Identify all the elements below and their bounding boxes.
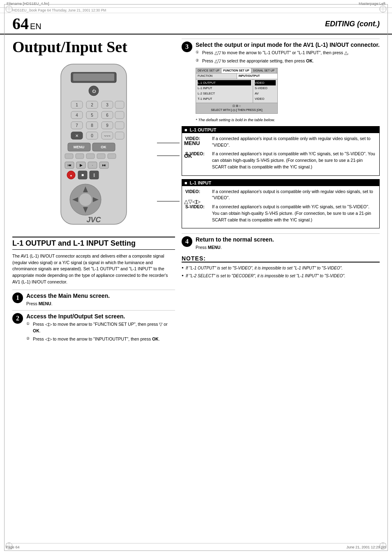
svg-text:9: 9 [106, 123, 108, 128]
svg-rect-44 [115, 132, 124, 139]
notes-item-2: If "L-2 SELECT" is set to "DECODER", it … [182, 273, 380, 279]
svg-text:▶: ▶ [80, 163, 83, 167]
svg-rect-49 [65, 154, 73, 159]
ok-label: OK [184, 153, 192, 159]
svg-text:MENU: MENU [74, 145, 85, 149]
svg-text:2: 2 [91, 103, 93, 107]
svg-text:⏮: ⏮ [68, 163, 71, 167]
svg-rect-51 [86, 154, 95, 159]
svg-point-69 [79, 193, 92, 206]
svg-text:~~~: ~~~ [104, 134, 111, 138]
svg-rect-30 [115, 111, 124, 119]
step-2-item-2: ② Press ◁▷ to move the arrow to "INPUT/O… [26, 336, 175, 343]
svg-rect-52 [97, 154, 105, 159]
svg-text:■: ■ [81, 173, 84, 177]
step-3-item-1: ① Press △▽ to move the arrow to "L-1 OUT… [196, 50, 380, 56]
svg-rect-37 [115, 122, 124, 129]
corner-mark-tr [379, 5, 387, 13]
remote-labels: MENU OK △▽◁▷ [157, 140, 201, 205]
svg-text:✕: ✕ [75, 134, 78, 138]
step-3-item-2: ② Press △▽ to select the appropriate set… [196, 58, 380, 64]
svg-text:●: ● [70, 174, 72, 177]
page-footer: Page 64 June 21, 2001 12:29 pm [6, 543, 386, 549]
corner-mark-tl [5, 5, 13, 13]
svg-rect-14 [73, 74, 114, 81]
svg-text:JVC: JVC [86, 216, 101, 224]
svg-text:5: 5 [91, 113, 93, 117]
remote-illustration: ⏻ 1 2 3 4 5 6 7 [24, 60, 164, 233]
svg-text:6: 6 [106, 113, 108, 117]
svg-text:OK: OK [101, 145, 106, 149]
svg-text:⏭: ⏭ [102, 163, 106, 167]
svg-rect-50 [76, 154, 84, 159]
arrows-label: △▽◁▷ [184, 198, 201, 205]
svg-rect-23 [115, 101, 124, 108]
svg-text:8: 8 [91, 123, 93, 128]
footer-right: June 21, 2001 12:29 pm [346, 545, 386, 549]
svg-rect-53 [108, 154, 116, 159]
menu-label: MENU [184, 140, 200, 146]
svg-text:7: 7 [76, 123, 78, 128]
svg-text:1: 1 [76, 103, 78, 107]
svg-text:‖: ‖ [93, 173, 95, 177]
step-2-item-1: ① Press ◁▷ to move the arrow to "FUNCTIO… [26, 321, 175, 334]
footer-left: Page 64 [6, 545, 20, 549]
svg-text:3: 3 [106, 103, 108, 107]
svg-text:·: · [92, 163, 93, 167]
notes-item-1: If "L-1 OUTPUT" is set to "S-VIDEO", it … [182, 265, 380, 271]
svg-text:0: 0 [91, 134, 93, 138]
svg-text:⏻: ⏻ [92, 89, 96, 93]
step-2-body: ① Press ◁▷ to move the arrow to "FUNCTIO… [26, 321, 175, 342]
svg-text:4: 4 [76, 113, 78, 117]
remote-svg: ⏻ 1 2 3 4 5 6 7 [48, 60, 139, 233]
